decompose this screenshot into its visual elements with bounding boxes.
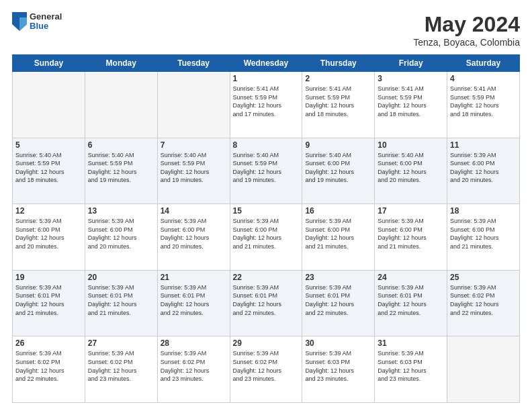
day-number: 18 [450,206,517,216]
day-info: Sunrise: 5:39 AM Sunset: 6:02 PM Dayligh… [161,349,227,383]
header: General Blue May 2024 Tenza, Boyaca, Col… [12,12,520,48]
calendar-week-row: 1Sunrise: 5:41 AM Sunset: 5:59 PM Daylig… [13,72,520,138]
calendar-week-row: 12Sunrise: 5:39 AM Sunset: 6:00 PM Dayli… [13,204,520,271]
day-number: 14 [161,206,227,216]
day-number: 30 [305,338,371,348]
day-info: Sunrise: 5:39 AM Sunset: 6:00 PM Dayligh… [450,217,517,250]
day-info: Sunrise: 5:39 AM Sunset: 6:00 PM Dayligh… [233,217,300,250]
table-row: 8Sunrise: 5:40 AM Sunset: 5:59 PM Daylig… [230,138,302,204]
day-info: Sunrise: 5:40 AM Sunset: 6:00 PM Dayligh… [378,151,444,185]
table-row: 23Sunrise: 5:39 AM Sunset: 6:01 PM Dayli… [302,270,375,336]
main-title: May 2024 [413,12,520,37]
day-info: Sunrise: 5:41 AM Sunset: 5:59 PM Dayligh… [378,85,444,118]
day-number: 6 [88,140,154,150]
table-row [13,72,85,138]
table-row: 3Sunrise: 5:41 AM Sunset: 5:59 PM Daylig… [375,72,447,138]
day-info: Sunrise: 5:39 AM Sunset: 6:01 PM Dayligh… [305,283,371,317]
day-info: Sunrise: 5:39 AM Sunset: 6:02 PM Dayligh… [450,283,517,317]
day-info: Sunrise: 5:39 AM Sunset: 6:00 PM Dayligh… [88,217,154,250]
header-tuesday: Tuesday [157,55,230,72]
table-row: 19Sunrise: 5:39 AM Sunset: 6:01 PM Dayli… [13,270,85,336]
title-area: May 2024 Tenza, Boyaca, Colombia [413,12,520,48]
day-number: 4 [450,74,517,83]
day-number: 22 [233,273,300,282]
day-number: 13 [88,206,154,216]
table-row: 7Sunrise: 5:40 AM Sunset: 5:59 PM Daylig… [157,138,230,204]
day-number: 1 [233,74,300,83]
day-number: 19 [15,273,82,282]
day-number: 3 [378,74,444,83]
day-info: Sunrise: 5:39 AM Sunset: 6:01 PM Dayligh… [88,283,154,317]
day-number: 20 [88,273,154,282]
table-row: 9Sunrise: 5:40 AM Sunset: 6:00 PM Daylig… [302,138,375,204]
day-info: Sunrise: 5:39 AM Sunset: 6:01 PM Dayligh… [378,283,444,317]
logo-general: General [30,12,62,21]
day-info: Sunrise: 5:40 AM Sunset: 5:59 PM Dayligh… [15,151,82,185]
day-info: Sunrise: 5:40 AM Sunset: 6:00 PM Dayligh… [305,151,371,185]
table-row: 17Sunrise: 5:39 AM Sunset: 6:00 PM Dayli… [375,204,447,271]
table-row: 2Sunrise: 5:41 AM Sunset: 5:59 PM Daylig… [302,72,375,138]
day-number: 16 [305,206,371,216]
header-thursday: Thursday [302,55,375,72]
day-number: 26 [15,338,82,348]
day-number: 31 [378,338,444,348]
day-info: Sunrise: 5:39 AM Sunset: 6:02 PM Dayligh… [233,349,300,383]
day-number: 17 [378,206,444,216]
day-number: 8 [233,140,300,150]
day-number: 7 [161,140,227,150]
table-row: 15Sunrise: 5:39 AM Sunset: 6:00 PM Dayli… [230,204,302,271]
day-number: 5 [15,140,82,150]
day-info: Sunrise: 5:39 AM Sunset: 6:03 PM Dayligh… [378,349,444,383]
day-info: Sunrise: 5:40 AM Sunset: 5:59 PM Dayligh… [161,151,227,185]
table-row: 13Sunrise: 5:39 AM Sunset: 6:00 PM Dayli… [85,204,157,271]
table-row: 5Sunrise: 5:40 AM Sunset: 5:59 PM Daylig… [13,138,85,204]
day-info: Sunrise: 5:40 AM Sunset: 5:59 PM Dayligh… [233,151,300,185]
calendar-week-row: 19Sunrise: 5:39 AM Sunset: 6:01 PM Dayli… [13,270,520,336]
table-row: 1Sunrise: 5:41 AM Sunset: 5:59 PM Daylig… [230,72,302,138]
day-info: Sunrise: 5:39 AM Sunset: 6:01 PM Dayligh… [15,283,82,317]
table-row: 18Sunrise: 5:39 AM Sunset: 6:00 PM Dayli… [447,204,520,271]
table-row: 4Sunrise: 5:41 AM Sunset: 5:59 PM Daylig… [447,72,520,138]
day-number: 28 [161,338,227,348]
table-row: 22Sunrise: 5:39 AM Sunset: 6:01 PM Dayli… [230,270,302,336]
header-friday: Friday [375,55,447,72]
day-info: Sunrise: 5:39 AM Sunset: 6:00 PM Dayligh… [305,217,371,250]
table-row: 6Sunrise: 5:40 AM Sunset: 5:59 PM Daylig… [85,138,157,204]
svg-marker-1 [19,17,27,31]
header-sunday: Sunday [13,55,85,72]
day-info: Sunrise: 5:41 AM Sunset: 5:59 PM Dayligh… [305,85,371,118]
header-monday: Monday [85,55,157,72]
logo-icon [12,12,27,31]
day-number: 15 [233,206,300,216]
day-info: Sunrise: 5:39 AM Sunset: 6:00 PM Dayligh… [15,217,82,250]
table-row: 25Sunrise: 5:39 AM Sunset: 6:02 PM Dayli… [447,270,520,336]
day-number: 23 [305,273,371,282]
calendar-week-row: 5Sunrise: 5:40 AM Sunset: 5:59 PM Daylig… [13,138,520,204]
table-row [447,336,520,403]
header-saturday: Saturday [447,55,520,72]
day-info: Sunrise: 5:41 AM Sunset: 5:59 PM Dayligh… [450,85,517,118]
table-row: 28Sunrise: 5:39 AM Sunset: 6:02 PM Dayli… [157,336,230,403]
table-row: 27Sunrise: 5:39 AM Sunset: 6:02 PM Dayli… [85,336,157,403]
table-row: 11Sunrise: 5:39 AM Sunset: 6:00 PM Dayli… [447,138,520,204]
page: General Blue May 2024 Tenza, Boyaca, Col… [0,0,532,411]
table-row: 20Sunrise: 5:39 AM Sunset: 6:01 PM Dayli… [85,270,157,336]
day-info: Sunrise: 5:41 AM Sunset: 5:59 PM Dayligh… [233,85,300,118]
table-row: 10Sunrise: 5:40 AM Sunset: 6:00 PM Dayli… [375,138,447,204]
table-row: 21Sunrise: 5:39 AM Sunset: 6:01 PM Dayli… [157,270,230,336]
day-info: Sunrise: 5:39 AM Sunset: 6:00 PM Dayligh… [161,217,227,250]
logo: General Blue [12,12,62,32]
day-info: Sunrise: 5:39 AM Sunset: 6:02 PM Dayligh… [15,349,82,383]
day-number: 24 [378,273,444,282]
table-row: 26Sunrise: 5:39 AM Sunset: 6:02 PM Dayli… [13,336,85,403]
table-row: 31Sunrise: 5:39 AM Sunset: 6:03 PM Dayli… [375,336,447,403]
day-number: 11 [450,140,517,150]
day-number: 10 [378,140,444,150]
day-number: 27 [88,338,154,348]
table-row: 14Sunrise: 5:39 AM Sunset: 6:00 PM Dayli… [157,204,230,271]
table-row: 12Sunrise: 5:39 AM Sunset: 6:00 PM Dayli… [13,204,85,271]
day-info: Sunrise: 5:39 AM Sunset: 6:00 PM Dayligh… [378,217,444,250]
table-row [85,72,157,138]
day-number: 29 [233,338,300,348]
table-row: 30Sunrise: 5:39 AM Sunset: 6:03 PM Dayli… [302,336,375,403]
